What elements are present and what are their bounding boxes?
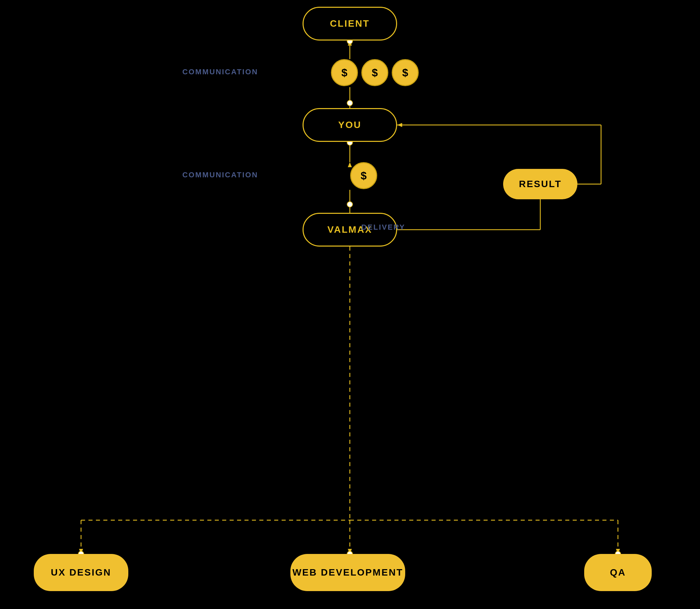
coin-single: $ <box>350 162 377 189</box>
qa-node: QA <box>584 554 652 591</box>
svg-marker-5 <box>348 162 352 167</box>
client-node: CLIENT <box>302 7 397 40</box>
connection-lines <box>0 0 700 609</box>
you-node: YOU <box>302 108 397 142</box>
svg-marker-1 <box>348 40 352 46</box>
result-node: RESULT <box>503 169 577 199</box>
svg-point-27 <box>347 202 352 207</box>
coin-1: $ <box>331 59 358 86</box>
webdev-node: WEB DEVELOPMENT <box>291 554 405 591</box>
coin-2: $ <box>361 59 388 86</box>
uxdesign-node: UX DESIGN <box>34 554 128 591</box>
svg-marker-14 <box>397 123 402 127</box>
communication-label-1: COMMUNICATION <box>182 68 258 76</box>
communication-label-2: COMMUNICATION <box>182 171 258 179</box>
svg-marker-19 <box>79 549 83 554</box>
svg-marker-21 <box>348 549 352 554</box>
svg-point-25 <box>347 100 352 106</box>
diagram: CLIENT YOU VALMAX RESULT UX DESIGN WEB D… <box>0 0 700 609</box>
svg-marker-23 <box>616 549 620 554</box>
delivery-label: DELIVERY <box>361 223 405 232</box>
coin-3: $ <box>392 59 419 86</box>
